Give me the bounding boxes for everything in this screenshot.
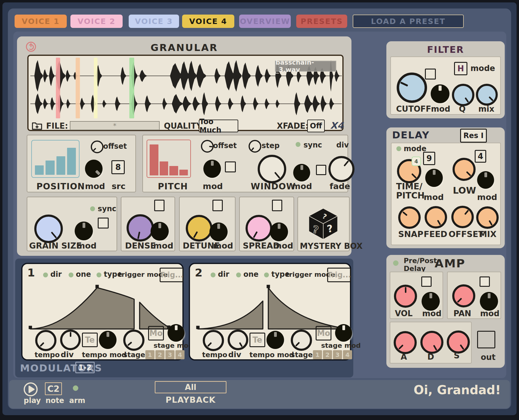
mod2-stage-2-button[interactable]: 2 [323, 350, 332, 359]
mod1-stage-4-button[interactable]: 4 [175, 350, 185, 359]
note-value[interactable]: C2 [45, 382, 62, 395]
modulator-pair-button[interactable]: 1-2 [75, 362, 95, 373]
load-preset-button[interactable]: LOAD A PRESET [353, 15, 464, 28]
amp-pan-mod-checkbox[interactable] [480, 276, 490, 287]
amp-attack-knob[interactable] [394, 331, 417, 354]
dense-checkbox[interactable] [154, 200, 165, 211]
mod1-stage-2-button[interactable]: 2 [155, 350, 165, 359]
amp-out-box[interactable] [477, 331, 495, 348]
pitch-offset-knob[interactable] [201, 140, 214, 153]
pitch-fade-knob[interactable] [328, 156, 354, 182]
tab-voice-3[interactable]: VOICE 3 [129, 15, 179, 28]
delay-feed-knob[interactable] [425, 206, 447, 229]
grain-sync-led[interactable] [90, 206, 95, 211]
grain-mod-checkbox[interactable] [98, 218, 109, 229]
delay-mod2-knob[interactable] [477, 171, 494, 189]
delay-time-box[interactable]: 9 [423, 152, 435, 165]
mod2-div-knob[interactable] [228, 330, 248, 350]
mod2-stage-4-button[interactable]: 4 [343, 350, 352, 359]
delay-mix-knob[interactable] [476, 206, 499, 229]
dense-knob[interactable] [127, 214, 154, 242]
position-chart[interactable] [31, 140, 80, 178]
amp-sustain-knob[interactable] [447, 330, 470, 354]
delay-low-box[interactable]: 4 [475, 150, 486, 163]
pitch-window-knob[interactable] [258, 155, 286, 183]
spread-mod-knob[interactable] [270, 222, 288, 241]
mod1-dir-led[interactable] [43, 273, 48, 277]
pitch-chart[interactable] [147, 140, 191, 178]
filter-mod-checkbox[interactable] [425, 69, 436, 80]
position-offset-knob[interactable] [91, 141, 103, 153]
mod1-mo-button[interactable]: Mo [148, 326, 164, 340]
play-button[interactable] [23, 382, 38, 397]
spread-checkbox[interactable] [272, 200, 282, 211]
tab-overview[interactable]: OVERVIEW [239, 15, 291, 28]
tab-voice-4[interactable]: VOICE 4 [182, 15, 234, 28]
pitch-step-knob[interactable] [249, 140, 261, 153]
mod1-tempo-mod-knob[interactable] [99, 331, 117, 349]
mod1-stage-mod-knob[interactable] [168, 324, 185, 342]
file-name-input[interactable]: * [70, 121, 160, 130]
mod1-te-button[interactable]: Te [82, 333, 98, 347]
mod2-type-led[interactable] [264, 273, 269, 277]
grain-size-knob[interactable] [34, 215, 63, 243]
mod2-stage-3-button[interactable]: 3 [333, 350, 342, 359]
tab-voice-1[interactable]: VOICE 1 [15, 15, 67, 28]
mod2-te-button[interactable]: Te [249, 333, 265, 347]
xfade-value[interactable]: Off [307, 120, 325, 132]
pitch-mod-checkbox[interactable] [225, 161, 236, 172]
amp-pan-knob[interactable] [452, 284, 475, 307]
quality-value[interactable]: Too Much [199, 120, 238, 132]
delay-mode-led[interactable] [396, 146, 401, 151]
pitch-mod2-checkbox[interactable] [316, 165, 326, 175]
delay-offset-knob[interactable] [451, 206, 474, 228]
arm-led[interactable] [73, 385, 78, 391]
filter-mix-knob[interactable] [476, 84, 498, 106]
amp-prepost-led[interactable] [393, 260, 399, 266]
delay-low-knob[interactable] [453, 158, 476, 181]
filter-mod-knob[interactable] [431, 84, 449, 103]
add-file-icon[interactable] [32, 121, 42, 130]
delay-snap-knob[interactable] [398, 206, 421, 229]
mod1-one-led[interactable] [69, 273, 73, 277]
position-src-value[interactable]: 8 [111, 160, 125, 174]
mod2-mo-button[interactable]: Mo [316, 326, 331, 340]
mod2-dir-led[interactable] [211, 273, 215, 277]
delay-res-value[interactable]: Res I [460, 129, 487, 143]
amp-pan-mod-knob[interactable] [480, 292, 498, 311]
tab-voice-2[interactable]: VOICE 2 [70, 15, 123, 28]
spread-knob[interactable] [246, 215, 272, 242]
position-mod-knob[interactable] [85, 160, 103, 178]
dense-mod-knob[interactable] [151, 222, 169, 241]
grain-mod-knob[interactable] [75, 222, 93, 240]
mod2-tempo-mod-knob[interactable] [266, 331, 284, 349]
detune-checkbox[interactable] [212, 200, 223, 211]
detune-knob[interactable] [186, 215, 212, 242]
pitch-mod2-knob[interactable] [293, 164, 310, 181]
mod2-stage-knob[interactable] [291, 330, 312, 351]
delay-mod-knob[interactable] [425, 169, 443, 187]
mystery-cube-icon[interactable]: ? ? ? [307, 207, 340, 240]
filter-q-knob[interactable] [452, 84, 474, 106]
pitch-mod-knob[interactable] [203, 160, 221, 178]
mod1-tempo-knob[interactable] [35, 330, 56, 351]
mod1-div-knob[interactable] [60, 330, 81, 350]
mod1-stage-3-button[interactable]: 3 [165, 350, 175, 359]
amp-decay-knob[interactable] [420, 331, 443, 354]
amp-vol-knob[interactable] [394, 285, 417, 308]
mod1-trig-button[interactable]: Trig... [160, 268, 183, 282]
amp-vol-mod-knob[interactable] [422, 292, 440, 311]
waveform-display[interactable]: basschain-_3.wav [27, 55, 344, 131]
mod1-type-led[interactable] [97, 273, 101, 277]
mod1-stage-knob[interactable] [123, 330, 144, 351]
filter-mode-value[interactable]: H [454, 62, 467, 75]
mod2-one-led[interactable] [236, 273, 241, 277]
mod2-stage-mod-knob[interactable] [335, 324, 352, 342]
pitch-sync-led[interactable] [296, 142, 300, 147]
amp-vol-mod-checkbox[interactable] [421, 276, 432, 287]
mod2-trig-button[interactable]: Trig... [327, 268, 351, 282]
detune-mod-knob[interactable] [209, 222, 228, 241]
playback-selector[interactable]: All [155, 381, 226, 393]
mod1-stage-1-button[interactable]: 1 [145, 350, 154, 359]
mod2-tempo-knob[interactable] [203, 330, 224, 351]
